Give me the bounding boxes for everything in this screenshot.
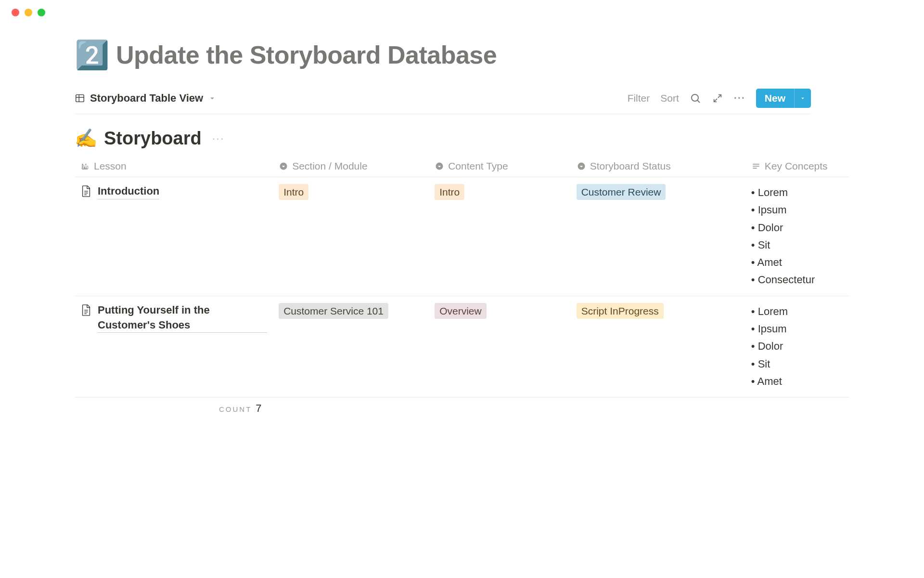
database-name[interactable]: Storyboard	[104, 128, 202, 149]
page-icon	[80, 304, 92, 316]
svg-line-4	[697, 100, 700, 103]
column-label: Section / Module	[292, 160, 367, 172]
column-header-concepts[interactable]: Key Concepts	[745, 156, 849, 177]
chevron-down-icon	[208, 94, 217, 103]
column-label: Storyboard Status	[590, 160, 671, 172]
status-tag: Customer Review	[577, 184, 666, 200]
cell-status[interactable]: Customer Review	[571, 177, 745, 296]
svg-point-3	[692, 94, 698, 101]
window-traffic-lights	[0, 0, 924, 16]
text-property-icon	[751, 161, 761, 171]
view-name: Storyboard Table View	[90, 92, 203, 105]
cell-lesson[interactable]: Introduction	[75, 177, 273, 296]
content-type-tag: Intro	[435, 184, 464, 200]
svg-text:Aa: Aa	[81, 163, 89, 170]
search-icon	[690, 92, 701, 104]
minimize-window-button[interactable]	[25, 9, 32, 16]
column-label: Content Type	[448, 160, 508, 172]
select-property-icon	[279, 161, 288, 171]
table-row[interactable]: IntroductionIntroIntroCustomer Review• L…	[75, 177, 849, 296]
cell-concepts[interactable]: • Lorem• Ipsum• Dolor• Sit• Amet	[745, 296, 849, 397]
view-switcher[interactable]: Storyboard Table View	[75, 92, 217, 105]
cell-section[interactable]: Intro	[273, 177, 429, 296]
select-property-icon	[435, 161, 444, 171]
column-header-section[interactable]: Section / Module	[273, 156, 429, 177]
column-header-status[interactable]: Storyboard Status	[571, 156, 745, 177]
column-header-content-type[interactable]: Content Type	[429, 156, 571, 177]
column-label: Lesson	[94, 160, 127, 172]
section-tag: Customer Service 101	[279, 303, 388, 319]
cell-section[interactable]: Customer Service 101	[273, 296, 429, 397]
svg-rect-10	[753, 166, 759, 167]
cell-content-type[interactable]: Intro	[429, 177, 571, 296]
new-button-group: New	[756, 89, 811, 108]
page-title: 2️⃣ Update the Storyboard Database	[75, 40, 924, 69]
cell-lesson[interactable]: Putting Yourself in the Customer's Shoes	[75, 296, 273, 397]
new-button[interactable]: New	[756, 89, 794, 108]
page-emoji-icon[interactable]: 2️⃣	[75, 41, 109, 69]
select-property-icon	[577, 161, 586, 171]
filter-button[interactable]: Filter	[628, 92, 650, 104]
more-options-button[interactable]: ···	[734, 92, 745, 104]
count-aggregate[interactable]: COUNT 7	[219, 402, 262, 415]
cell-concepts[interactable]: • Lorem• Ipsum• Dolor• Sit• Amet• Consec…	[745, 177, 849, 296]
table-header-row: Aa Lesson Section / Module Content Type …	[75, 156, 849, 177]
sort-button[interactable]: Sort	[660, 92, 679, 104]
page-icon	[80, 185, 92, 197]
column-header-lesson[interactable]: Aa Lesson	[75, 156, 273, 177]
maximize-window-button[interactable]	[38, 9, 45, 16]
status-tag: Script InProgress	[577, 303, 664, 319]
new-button-dropdown[interactable]	[794, 89, 811, 108]
database-title-row: ✍️ Storyboard ···	[75, 128, 924, 149]
cell-content-type[interactable]: Overview	[429, 296, 571, 397]
table-footer: COUNT 7	[75, 397, 811, 415]
expand-icon	[712, 93, 723, 104]
storyboard-table: Aa Lesson Section / Module Content Type …	[75, 156, 849, 397]
svg-rect-11	[753, 168, 757, 169]
concepts-list: • Lorem• Ipsum• Dolor• Sit• Amet• Consec…	[751, 184, 844, 289]
search-button[interactable]	[690, 92, 701, 104]
table-icon	[75, 93, 85, 104]
count-label: COUNT	[219, 405, 252, 413]
lesson-link[interactable]: Introduction	[98, 184, 159, 199]
count-value: 7	[256, 402, 261, 415]
svg-rect-9	[753, 164, 759, 165]
table-row[interactable]: Putting Yourself in the Customer's Shoes…	[75, 296, 849, 397]
title-property-icon: Aa	[80, 161, 90, 171]
svg-rect-0	[76, 95, 84, 102]
section-tag: Intro	[279, 184, 308, 200]
chevron-down-icon	[799, 95, 806, 102]
lesson-link[interactable]: Putting Yourself in the Customer's Shoes	[98, 303, 267, 333]
dots-icon: ···	[734, 92, 745, 105]
cell-status[interactable]: Script InProgress	[571, 296, 745, 397]
concepts-list: • Lorem• Ipsum• Dolor• Sit• Amet	[751, 303, 844, 390]
column-label: Key Concepts	[765, 160, 828, 172]
expand-button[interactable]	[712, 92, 723, 104]
database-emoji-icon[interactable]: ✍️	[75, 128, 97, 149]
page-title-text[interactable]: Update the Storyboard Database	[116, 40, 497, 69]
close-window-button[interactable]	[12, 9, 19, 16]
database-more-button[interactable]: ···	[212, 131, 225, 145]
view-toolbar: Storyboard Table View Filter Sort ··· Ne…	[75, 89, 811, 114]
content-type-tag: Overview	[435, 303, 487, 319]
